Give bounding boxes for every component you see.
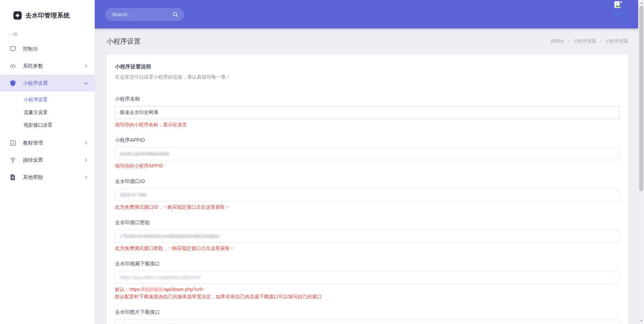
vertical-scrollbar[interactable] [638,0,644,324]
breadcrumb: 控制台 / 小程序设置 / 小程序设置 [551,38,628,44]
app-window: 去水印管理系统 一般 控制台 系统参数 [0,0,644,324]
field-video-download-api: 去水印视频下载接口 默认：https://你的域名/api/down.php?u… [115,260,620,300]
image-download-api-input[interactable] [115,319,620,324]
sidebar-item-label: 小程序设置 [23,80,48,86]
field-hint: 填写你的小程序名称，显示在首页 [115,121,620,128]
hint-text: 默认：https:// [115,287,144,292]
hint-text: /api/down.php?url= [163,287,204,292]
field-miniprogram-name: 小程序名称 填写你的小程序名称，显示在首页 [115,95,620,128]
field-hint: 填写你的小程序APPID [115,163,620,169]
chevron-right-icon [84,175,88,179]
search-box [105,8,184,21]
hint-text: 此为免费测试接口密匙， [115,245,168,251]
submenu-item-label: 电影接口设置 [24,122,53,128]
page-header: 小程序设置 控制台 / 小程序设置 / 小程序设置 [95,31,638,52]
submenu-item-label: 流量主设置 [24,109,48,116]
search-icon[interactable] [172,11,179,18]
code-icon [9,62,16,70]
breadcrumb-item-console[interactable]: 控制台 [551,38,565,44]
field-label: 去水印视频下载接口 [115,260,620,267]
app-logo[interactable]: 去水印管理系统 [0,0,95,20]
sidebar-item-label: 跳转设置 [23,157,43,163]
field-label: 去水印接口密匙 [115,219,620,226]
breadcrumb-item-current: 小程序设置 [605,38,629,44]
field-label: 小程序APPID [115,137,620,143]
miniprogram-name-input[interactable] [115,106,620,119]
sidebar-item-redirect-settings[interactable]: 跳转设置 [0,151,95,169]
sidebar-item-system-params[interactable]: 系统参数 [0,57,95,74]
hint-text: 此为免费测试接口ID， [115,204,163,210]
api-id-input[interactable] [115,188,620,201]
sidebar-item-label: 其他帮助 [23,174,43,181]
submenu-item-movie-api-settings[interactable]: 电影接口设置 [0,119,95,131]
content-area: User 小程序设置 控制台 / 小程序设置 / 小程序设置 小程序设置说明 在… [95,0,638,324]
user-menu[interactable]: User [614,1,623,16]
breadcrumb-separator: / [568,38,570,44]
appid-input[interactable] [115,147,620,160]
scrollbar-up-arrow[interactable] [639,0,644,6]
shield-icon [9,80,16,87]
miniprogram-submenu: 小程序设置 流量主设置 电影接口设置 [0,92,95,134]
breadcrumb-separator: / [600,38,601,44]
field-image-download-api: 去水印图片下载接口 [115,309,620,324]
breadcrumb-item-miniprogram[interactable]: 小程序设置 [573,38,597,44]
field-label: 去水印图片下载接口 [115,309,620,315]
chevron-right-icon [84,64,88,68]
page-body: 小程序设置 控制台 / 小程序设置 / 小程序设置 小程序设置说明 在这里您可以… [95,28,638,324]
logo-star-icon [13,11,22,20]
page-title: 小程序设置 [106,37,141,46]
buy-api-link[interactable]: ☞购买稳定接口点击这里获取☜ [163,204,229,210]
field-api-secret: 去水印接口密匙 此为免费测试接口密匙，☞购买稳定接口点击这里获取☜ [115,219,620,251]
buy-api-link[interactable]: ☞购买稳定接口点击这里获取☜ [168,245,234,251]
video-download-api-input[interactable] [115,271,620,284]
user-label[interactable]: User [614,11,623,16]
scrollbar-thumb[interactable] [639,6,643,191]
settings-card: 小程序设置说明 在这里您可以设置小程序的信息，请认真填写每一项！ 小程序名称 填… [106,55,628,324]
broken-image-icon [614,1,623,9]
card-heading: 小程序设置说明 [115,63,620,70]
square-s-icon: S [9,139,16,147]
chevron-down-icon [84,81,88,85]
field-label: 去水印接口ID [115,178,620,185]
sidebar-item-console[interactable]: 控制台 [0,40,95,57]
sidebar-item-tutorial-management[interactable]: S 教程管理 [0,134,95,151]
svg-text:S: S [12,141,14,145]
sidebar-item-label: 控制台 [23,46,38,52]
sidebar: 去水印管理系统 一般 控制台 系统参数 [0,0,95,324]
sidebar-item-miniprogram-settings[interactable]: 小程序设置 [0,74,95,92]
field-hint-default-url: 默认：https://你的域名/api/down.php?url= [115,286,620,292]
submenu-item-traffic-settings[interactable]: 流量主设置 [0,106,95,119]
hint-blurred-domain: 你的域名 [144,287,163,292]
sidebar-item-other-help[interactable]: 其他帮助 [0,169,95,186]
field-api-id: 去水印接口ID 此为免费测试接口ID，☞购买稳定接口点击这里获取☜ [115,178,620,210]
field-appid: 小程序APPID 填写你的小程序APPID [115,137,620,169]
api-secret-input[interactable] [115,230,620,243]
sidebar-item-label: 教程管理 [23,140,43,146]
chevron-right-icon [84,158,88,162]
field-label: 小程序名称 [115,95,620,102]
scrollbar-down-arrow[interactable] [639,318,644,324]
fingerprint-icon [9,157,16,164]
submenu-item-label: 小程序设置 [24,97,48,103]
file-download-icon [9,174,16,181]
monitor-icon [9,45,16,53]
field-hint-bandwidth: 默认配置时下载速度由自己的服务器带宽决定，如果你有自己的高速下载接口可以填写自己… [115,293,620,300]
sidebar-section-label: 一般 [9,32,95,37]
sidebar-item-label: 系统参数 [23,63,43,69]
field-hint: 此为免费测试接口密匙，☞购买稳定接口点击这里获取☜ [115,245,620,251]
topbar: User [95,0,638,28]
card-description: 在这里您可以设置小程序的信息，请认真填写每一项！ [115,73,620,80]
logo-text: 去水印管理系统 [25,11,70,20]
submenu-item-miniprogram-settings[interactable]: 小程序设置 [0,93,95,106]
field-hint: 此为免费测试接口ID，☞购买稳定接口点击这里获取☜ [115,204,620,210]
chevron-right-icon [84,141,88,145]
